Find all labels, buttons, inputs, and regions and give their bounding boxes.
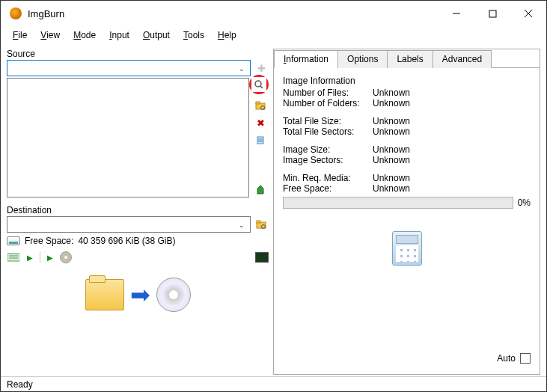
image-info-title: Image Information <box>283 76 531 86</box>
destination-label: Destination <box>7 205 269 215</box>
disc-big-icon <box>156 278 191 312</box>
destination-combo[interactable]: ⌄ <box>7 216 251 233</box>
tab-options[interactable]: Options <box>337 50 388 68</box>
app-icon <box>10 7 22 19</box>
progress-bar <box>283 197 513 209</box>
info-free-space-value: Unknown <box>373 183 410 194</box>
calculator-icon[interactable] <box>392 231 422 266</box>
play-icon[interactable]: ▶ <box>23 251 37 264</box>
num-folders-value: Unknown <box>373 98 410 108</box>
total-sectors-label: Total File Sectors: <box>283 126 373 137</box>
titlebar: ImgBurn <box>1 1 546 26</box>
auto-checkbox[interactable] <box>520 353 531 364</box>
clear-icon[interactable] <box>253 132 268 147</box>
tab-strip: Information Options Labels Advanced <box>274 49 540 68</box>
total-size-value: Unknown <box>373 116 410 126</box>
settings-icon[interactable] <box>7 251 20 264</box>
source-listbox[interactable] <box>7 78 249 197</box>
source-label: Source <box>7 49 269 59</box>
auto-label: Auto <box>497 353 516 364</box>
remove-icon[interactable]: ✖ <box>253 115 268 130</box>
menu-help[interactable]: Help <box>212 28 242 42</box>
window-title: ImgBurn <box>28 8 438 19</box>
image-sectors-label: Image Sectors: <box>283 155 373 165</box>
destination-browse-icon[interactable] <box>254 217 269 232</box>
action-row: ▶ ▶ <box>7 251 269 264</box>
play-icon-2[interactable]: ▶ <box>43 251 57 264</box>
min-media-label: Min. Req. Media: <box>283 173 373 183</box>
num-files-value: Unknown <box>373 88 410 98</box>
tab-labels[interactable]: Labels <box>387 50 433 68</box>
paste-icon[interactable] <box>253 183 268 197</box>
window-controls <box>438 1 546 26</box>
svg-rect-14 <box>257 221 260 223</box>
menu-view[interactable]: View <box>34 28 66 42</box>
arrow-icon: ➡ <box>130 281 150 309</box>
menu-output[interactable]: Output <box>137 28 176 42</box>
drive-icon <box>7 236 20 245</box>
tab-body: Image Information Number of Files:Unknow… <box>274 68 540 374</box>
total-sectors-value: Unknown <box>373 126 410 137</box>
app-window: ImgBurn File View Mode Input Output Tool… <box>0 0 547 392</box>
svg-rect-7 <box>256 102 260 104</box>
menu-input[interactable]: Input <box>103 28 135 42</box>
tab-information[interactable]: Information <box>274 50 338 68</box>
browse-file-icon[interactable] <box>251 77 266 92</box>
info-free-space-label: Free Space: <box>283 183 373 194</box>
free-space-value: 40 359 696 KiB (38 GiB) <box>78 236 175 246</box>
menu-file[interactable]: File <box>7 28 33 42</box>
free-space-row: Free Space: 40 359 696 KiB (38 GiB) <box>7 236 269 246</box>
maximize-button[interactable] <box>474 1 510 26</box>
browse-folder-icon[interactable] <box>253 98 268 113</box>
menu-mode[interactable]: Mode <box>67 28 102 42</box>
svg-rect-1 <box>489 10 496 17</box>
left-panel: Source ⌄ ✚ <box>7 49 269 375</box>
disc-icon[interactable] <box>60 251 72 263</box>
chevron-down-icon: ⌄ <box>235 218 248 232</box>
total-size-label: Total File Size: <box>283 116 373 126</box>
status-text: Ready <box>7 379 33 390</box>
svg-point-4 <box>255 81 261 87</box>
image-sectors-value: Unknown <box>373 155 410 165</box>
close-button[interactable] <box>510 1 546 26</box>
image-size-label: Image Size: <box>283 144 373 155</box>
content-area: Source ⌄ ✚ <box>1 44 546 376</box>
chevron-down-icon: ⌄ <box>235 62 248 76</box>
minimize-button[interactable] <box>438 1 474 26</box>
source-toolbar: ✖ <box>252 78 269 197</box>
source-combo[interactable]: ⌄ <box>7 60 251 76</box>
terminal-icon[interactable] <box>255 252 269 263</box>
statusbar: Ready <box>1 376 546 391</box>
destination-section: Destination ⌄ Free Space: 40 359 696 KiB… <box>7 205 269 246</box>
min-media-value: Unknown <box>373 173 410 183</box>
svg-rect-16 <box>7 254 19 261</box>
num-folders-label: Number of Folders: <box>283 98 373 108</box>
folder-icon <box>85 279 124 310</box>
free-space-label: Free Space: <box>25 236 73 246</box>
image-size-value: Unknown <box>373 144 410 155</box>
add-icon[interactable]: ✚ <box>254 61 269 76</box>
highlight-annotation <box>249 75 269 94</box>
tab-advanced[interactable]: Advanced <box>433 50 492 68</box>
menu-tools[interactable]: Tools <box>177 28 210 42</box>
right-panel: Information Options Labels Advanced Imag… <box>273 49 540 375</box>
build-graphic[interactable]: ➡ <box>7 278 269 312</box>
svg-line-5 <box>260 86 263 88</box>
num-files-label: Number of Files: <box>283 88 373 98</box>
menubar: File View Mode Input Output Tools Help <box>1 26 546 44</box>
progress-percent: 0% <box>518 197 531 208</box>
